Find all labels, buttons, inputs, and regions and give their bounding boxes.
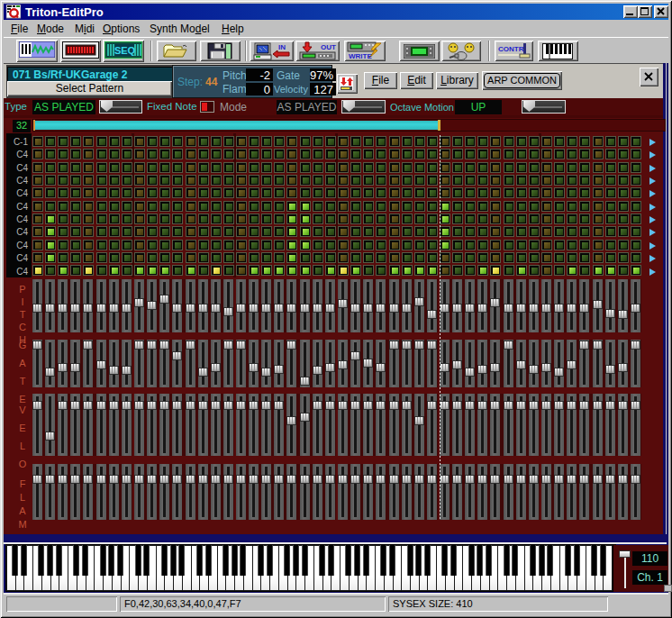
svg-text:CONTR: CONTR [498, 45, 524, 53]
svg-text:OUT: OUT [321, 43, 336, 51]
svg-text:WRITE: WRITE [349, 52, 372, 60]
svg-text:SEQ: SEQ [114, 45, 136, 56]
svg-text:IN: IN [278, 43, 286, 51]
